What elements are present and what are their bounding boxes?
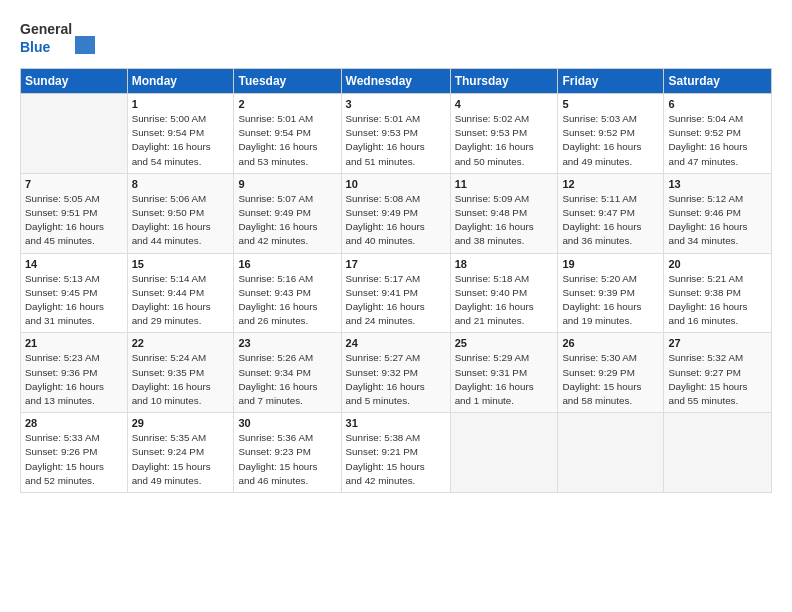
day-info: Sunrise: 5:05 AMSunset: 9:51 PMDaylight:… — [25, 192, 123, 249]
day-number: 28 — [25, 417, 123, 429]
svg-text:Blue: Blue — [20, 39, 51, 55]
calendar-table: SundayMondayTuesdayWednesdayThursdayFrid… — [20, 68, 772, 493]
day-number: 1 — [132, 98, 230, 110]
day-info: Sunrise: 5:27 AMSunset: 9:32 PMDaylight:… — [346, 351, 446, 408]
svg-text:General: General — [20, 21, 72, 37]
weekday-header-cell: Monday — [127, 69, 234, 94]
day-number: 30 — [238, 417, 336, 429]
calendar-cell: 4Sunrise: 5:02 AMSunset: 9:53 PMDaylight… — [450, 94, 558, 174]
day-info: Sunrise: 5:36 AMSunset: 9:23 PMDaylight:… — [238, 431, 336, 488]
calendar-cell: 23Sunrise: 5:26 AMSunset: 9:34 PMDayligh… — [234, 333, 341, 413]
weekday-header-cell: Friday — [558, 69, 664, 94]
day-info: Sunrise: 5:16 AMSunset: 9:43 PMDaylight:… — [238, 272, 336, 329]
calendar-cell: 2Sunrise: 5:01 AMSunset: 9:54 PMDaylight… — [234, 94, 341, 174]
day-number: 3 — [346, 98, 446, 110]
calendar-cell: 20Sunrise: 5:21 AMSunset: 9:38 PMDayligh… — [664, 253, 772, 333]
calendar-cell: 11Sunrise: 5:09 AMSunset: 9:48 PMDayligh… — [450, 173, 558, 253]
weekday-header-cell: Wednesday — [341, 69, 450, 94]
calendar-cell: 22Sunrise: 5:24 AMSunset: 9:35 PMDayligh… — [127, 333, 234, 413]
calendar-cell: 26Sunrise: 5:30 AMSunset: 9:29 PMDayligh… — [558, 333, 664, 413]
day-info: Sunrise: 5:03 AMSunset: 9:52 PMDaylight:… — [562, 112, 659, 169]
day-number: 29 — [132, 417, 230, 429]
day-number: 14 — [25, 258, 123, 270]
day-info: Sunrise: 5:35 AMSunset: 9:24 PMDaylight:… — [132, 431, 230, 488]
day-number: 13 — [668, 178, 767, 190]
day-number: 17 — [346, 258, 446, 270]
day-info: Sunrise: 5:20 AMSunset: 9:39 PMDaylight:… — [562, 272, 659, 329]
weekday-header-cell: Tuesday — [234, 69, 341, 94]
day-number: 11 — [455, 178, 554, 190]
day-number: 21 — [25, 337, 123, 349]
calendar-cell: 6Sunrise: 5:04 AMSunset: 9:52 PMDaylight… — [664, 94, 772, 174]
page: General Blue SundayMondayTuesdayWednesda… — [0, 0, 792, 612]
day-number: 19 — [562, 258, 659, 270]
day-number: 4 — [455, 98, 554, 110]
calendar-cell: 15Sunrise: 5:14 AMSunset: 9:44 PMDayligh… — [127, 253, 234, 333]
calendar-cell: 12Sunrise: 5:11 AMSunset: 9:47 PMDayligh… — [558, 173, 664, 253]
day-number: 10 — [346, 178, 446, 190]
calendar-cell: 29Sunrise: 5:35 AMSunset: 9:24 PMDayligh… — [127, 413, 234, 493]
day-info: Sunrise: 5:30 AMSunset: 9:29 PMDaylight:… — [562, 351, 659, 408]
weekday-header-cell: Sunday — [21, 69, 128, 94]
logo-svg: General Blue — [20, 18, 100, 58]
day-info: Sunrise: 5:04 AMSunset: 9:52 PMDaylight:… — [668, 112, 767, 169]
day-info: Sunrise: 5:06 AMSunset: 9:50 PMDaylight:… — [132, 192, 230, 249]
day-info: Sunrise: 5:12 AMSunset: 9:46 PMDaylight:… — [668, 192, 767, 249]
day-info: Sunrise: 5:29 AMSunset: 9:31 PMDaylight:… — [455, 351, 554, 408]
day-info: Sunrise: 5:23 AMSunset: 9:36 PMDaylight:… — [25, 351, 123, 408]
weekday-header-cell: Thursday — [450, 69, 558, 94]
day-number: 5 — [562, 98, 659, 110]
calendar-cell: 18Sunrise: 5:18 AMSunset: 9:40 PMDayligh… — [450, 253, 558, 333]
calendar-cell — [21, 94, 128, 174]
calendar-cell: 31Sunrise: 5:38 AMSunset: 9:21 PMDayligh… — [341, 413, 450, 493]
calendar-cell — [450, 413, 558, 493]
weekday-header-cell: Saturday — [664, 69, 772, 94]
day-info: Sunrise: 5:01 AMSunset: 9:53 PMDaylight:… — [346, 112, 446, 169]
day-number: 15 — [132, 258, 230, 270]
calendar-cell: 3Sunrise: 5:01 AMSunset: 9:53 PMDaylight… — [341, 94, 450, 174]
calendar-cell: 17Sunrise: 5:17 AMSunset: 9:41 PMDayligh… — [341, 253, 450, 333]
day-info: Sunrise: 5:00 AMSunset: 9:54 PMDaylight:… — [132, 112, 230, 169]
calendar-cell: 30Sunrise: 5:36 AMSunset: 9:23 PMDayligh… — [234, 413, 341, 493]
calendar-body: 1Sunrise: 5:00 AMSunset: 9:54 PMDaylight… — [21, 94, 772, 493]
day-info: Sunrise: 5:33 AMSunset: 9:26 PMDaylight:… — [25, 431, 123, 488]
calendar-cell: 10Sunrise: 5:08 AMSunset: 9:49 PMDayligh… — [341, 173, 450, 253]
calendar-cell: 27Sunrise: 5:32 AMSunset: 9:27 PMDayligh… — [664, 333, 772, 413]
day-number: 20 — [668, 258, 767, 270]
day-number: 27 — [668, 337, 767, 349]
day-info: Sunrise: 5:11 AMSunset: 9:47 PMDaylight:… — [562, 192, 659, 249]
day-info: Sunrise: 5:26 AMSunset: 9:34 PMDaylight:… — [238, 351, 336, 408]
calendar-cell: 5Sunrise: 5:03 AMSunset: 9:52 PMDaylight… — [558, 94, 664, 174]
day-info: Sunrise: 5:17 AMSunset: 9:41 PMDaylight:… — [346, 272, 446, 329]
day-info: Sunrise: 5:01 AMSunset: 9:54 PMDaylight:… — [238, 112, 336, 169]
header: General Blue — [20, 18, 772, 58]
logo: General Blue — [20, 18, 100, 58]
day-number: 6 — [668, 98, 767, 110]
day-number: 2 — [238, 98, 336, 110]
calendar-cell: 24Sunrise: 5:27 AMSunset: 9:32 PMDayligh… — [341, 333, 450, 413]
calendar-cell — [664, 413, 772, 493]
weekday-header-row: SundayMondayTuesdayWednesdayThursdayFrid… — [21, 69, 772, 94]
calendar-week-row: 1Sunrise: 5:00 AMSunset: 9:54 PMDaylight… — [21, 94, 772, 174]
day-info: Sunrise: 5:09 AMSunset: 9:48 PMDaylight:… — [455, 192, 554, 249]
day-number: 25 — [455, 337, 554, 349]
day-info: Sunrise: 5:02 AMSunset: 9:53 PMDaylight:… — [455, 112, 554, 169]
day-number: 9 — [238, 178, 336, 190]
calendar-cell: 8Sunrise: 5:06 AMSunset: 9:50 PMDaylight… — [127, 173, 234, 253]
day-number: 22 — [132, 337, 230, 349]
day-number: 26 — [562, 337, 659, 349]
day-info: Sunrise: 5:24 AMSunset: 9:35 PMDaylight:… — [132, 351, 230, 408]
day-number: 24 — [346, 337, 446, 349]
calendar-cell — [558, 413, 664, 493]
calendar-cell: 1Sunrise: 5:00 AMSunset: 9:54 PMDaylight… — [127, 94, 234, 174]
calendar-cell: 16Sunrise: 5:16 AMSunset: 9:43 PMDayligh… — [234, 253, 341, 333]
day-info: Sunrise: 5:18 AMSunset: 9:40 PMDaylight:… — [455, 272, 554, 329]
day-number: 31 — [346, 417, 446, 429]
calendar-cell: 19Sunrise: 5:20 AMSunset: 9:39 PMDayligh… — [558, 253, 664, 333]
calendar-cell: 7Sunrise: 5:05 AMSunset: 9:51 PMDaylight… — [21, 173, 128, 253]
day-number: 8 — [132, 178, 230, 190]
calendar-week-row: 28Sunrise: 5:33 AMSunset: 9:26 PMDayligh… — [21, 413, 772, 493]
calendar-cell: 25Sunrise: 5:29 AMSunset: 9:31 PMDayligh… — [450, 333, 558, 413]
calendar-week-row: 14Sunrise: 5:13 AMSunset: 9:45 PMDayligh… — [21, 253, 772, 333]
day-info: Sunrise: 5:21 AMSunset: 9:38 PMDaylight:… — [668, 272, 767, 329]
